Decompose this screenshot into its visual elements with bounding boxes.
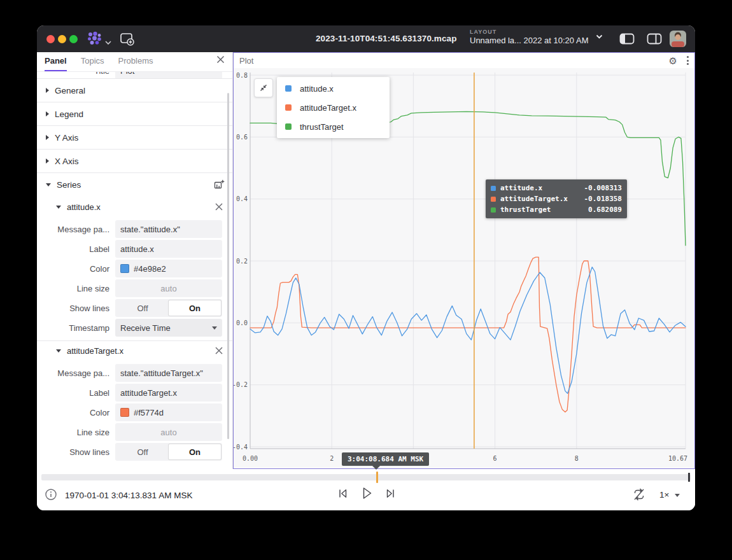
section-general[interactable]: General bbox=[37, 78, 232, 102]
field-color: Color #f5774d bbox=[37, 403, 232, 421]
timestamp-value: Receive Time bbox=[120, 323, 171, 333]
tab-topics[interactable]: Topics bbox=[81, 56, 104, 71]
field-label: Show lines bbox=[37, 447, 115, 457]
color-input[interactable]: #f5774d bbox=[115, 403, 222, 421]
add-panel-icon[interactable] bbox=[120, 32, 135, 45]
y-tick-label: 0.4 bbox=[236, 195, 248, 202]
x-tick-label: 0.00 bbox=[243, 455, 258, 462]
tab-panel[interactable]: Panel bbox=[45, 56, 67, 71]
line-size-input[interactable]: auto bbox=[115, 423, 222, 441]
tooltip-swatch bbox=[491, 207, 496, 213]
play-button[interactable] bbox=[360, 486, 374, 503]
remove-series-icon[interactable] bbox=[215, 346, 223, 355]
message-path-input[interactable]: state."attitude.x" bbox=[115, 220, 222, 238]
toggle-on[interactable]: On bbox=[169, 444, 221, 459]
legend-item-attitude-target-x[interactable]: attitudeTarget.x bbox=[277, 98, 390, 117]
x-tick-label: 2 bbox=[330, 455, 334, 462]
y-tick-label: -0.4 bbox=[234, 444, 248, 451]
field-label: Label bbox=[37, 244, 115, 254]
line-size-input[interactable]: auto bbox=[115, 279, 222, 297]
field-line-size: Line size auto bbox=[37, 423, 232, 441]
color-hex: #4e98e2 bbox=[134, 264, 166, 274]
toggle-on[interactable]: On bbox=[169, 300, 221, 316]
x-tick-label: 10.67 bbox=[668, 455, 687, 462]
section-x-axis[interactable]: X Axis bbox=[37, 149, 232, 172]
legend-label: attitude.x bbox=[300, 84, 334, 94]
field-label: Timestamp bbox=[37, 323, 115, 333]
titlebar: 2023-11-10T04:51:45.631370.mcap LAYOUT U… bbox=[37, 25, 695, 52]
section-legend[interactable]: Legend bbox=[37, 102, 232, 125]
playback-bar: 1970-01-01 3:04:13.831 AM MSK bbox=[37, 469, 695, 510]
collapse-arrows-icon bbox=[258, 83, 269, 93]
section-y-axis[interactable]: Y Axis bbox=[37, 125, 232, 149]
field-label: Label attitudeTarget.x bbox=[37, 384, 232, 402]
toggle-off[interactable]: Off bbox=[116, 300, 169, 316]
foxglove-logo-icon[interactable] bbox=[87, 31, 102, 46]
traffic-light-close[interactable] bbox=[46, 35, 55, 43]
title-field-input[interactable]: Plot bbox=[115, 72, 222, 78]
select-caret-icon bbox=[212, 326, 217, 330]
left-sidebar-toggle-icon[interactable] bbox=[619, 33, 635, 45]
tab-problems[interactable]: Problems bbox=[118, 56, 153, 71]
main-content: Panel Topics Problems Title Plot General bbox=[37, 52, 695, 469]
field-label: Message pa... bbox=[37, 225, 115, 234]
more-menu-icon[interactable] bbox=[687, 56, 689, 65]
hover-values-tooltip: attitude.x -0.008313 attitudeTarget.x -0… bbox=[486, 179, 627, 218]
user-avatar[interactable] bbox=[670, 31, 686, 47]
gear-icon[interactable]: ⚙ bbox=[669, 56, 677, 66]
tooltip-row: attitude.x -0.008313 bbox=[491, 183, 622, 193]
field-message-path: Message pa... state."attitude.x" bbox=[37, 220, 232, 238]
playback-speed[interactable]: 1× bbox=[659, 490, 669, 500]
toggle-off[interactable]: Off bbox=[116, 444, 169, 459]
color-swatch[interactable] bbox=[120, 408, 129, 417]
caret-right-icon bbox=[46, 88, 49, 93]
close-sidebar-icon[interactable] bbox=[216, 55, 225, 71]
info-icon[interactable] bbox=[45, 488, 57, 501]
traffic-light-minimize[interactable] bbox=[58, 35, 66, 43]
scrolled-title-row: Title Plot bbox=[37, 72, 232, 78]
field-label: Line size bbox=[37, 284, 115, 293]
field-label: Color bbox=[37, 264, 115, 274]
legend-item-attitude-x[interactable]: attitude.x bbox=[277, 79, 390, 98]
sidebar-scrollbar[interactable] bbox=[227, 93, 229, 439]
add-series-icon[interactable] bbox=[213, 179, 225, 190]
section-label: Y Axis bbox=[55, 133, 78, 143]
color-input[interactable]: #4e98e2 bbox=[115, 260, 222, 277]
series-header-attitude-target-x[interactable]: attitudeTarget.x bbox=[37, 341, 232, 360]
x-tick-label: 6 bbox=[493, 455, 497, 462]
remove-series-icon[interactable] bbox=[215, 202, 223, 211]
current-timestamp: 1970-01-01 3:04:13.831 AM MSK bbox=[65, 491, 192, 500]
repeat-off-icon[interactable] bbox=[632, 487, 646, 501]
seek-track[interactable] bbox=[41, 474, 691, 480]
tooltip-row: thrustTarget 0.682089 bbox=[491, 204, 622, 215]
label-input[interactable]: attitude.x bbox=[115, 240, 222, 258]
traffic-light-zoom[interactable] bbox=[69, 35, 78, 43]
plot-panel: Plot ⚙ 0.80.60.40.20.0-0.2-0.40.00246810… bbox=[233, 52, 695, 469]
show-lines-toggle[interactable]: Off On bbox=[115, 443, 222, 461]
sidebar-tabbar: Panel Topics Problems bbox=[37, 52, 232, 72]
timestamp-select[interactable]: Receive Time bbox=[115, 319, 222, 337]
tooltip-swatch bbox=[491, 186, 496, 191]
color-swatch[interactable] bbox=[120, 264, 129, 273]
series-title: attitude.x bbox=[67, 202, 101, 212]
label-input[interactable]: attitudeTarget.x bbox=[115, 384, 222, 402]
message-path-input[interactable]: state."attitudeTarget.x" bbox=[115, 364, 222, 382]
app-menu-chevron-icon[interactable] bbox=[105, 36, 111, 48]
layout-switcher[interactable]: LAYOUT Unnamed la... 2022 at 10:20 AM bbox=[470, 29, 603, 45]
speed-caret-icon[interactable] bbox=[675, 494, 680, 497]
seek-forward-button[interactable] bbox=[384, 487, 396, 502]
right-sidebar-toggle-icon[interactable] bbox=[647, 33, 662, 45]
collapse-legend-button[interactable] bbox=[254, 78, 273, 97]
seek-backward-button[interactable] bbox=[337, 487, 349, 502]
tooltip-series-name: thrustTarget bbox=[500, 206, 551, 214]
legend-item-thrust-target[interactable]: thrustTarget bbox=[277, 117, 390, 136]
section-label: X Axis bbox=[55, 157, 79, 166]
title-field-label: Title bbox=[37, 72, 115, 76]
section-series[interactable]: Series bbox=[37, 172, 232, 196]
field-message-path: Message pa... state."attitudeTarget.x" bbox=[37, 364, 232, 382]
series-header-attitude-x[interactable]: attitude.x bbox=[37, 197, 232, 216]
legend-swatch bbox=[285, 104, 292, 111]
show-lines-toggle[interactable]: Off On bbox=[115, 299, 222, 317]
plot-panel-header: Plot ⚙ bbox=[234, 53, 694, 68]
y-tick-label: -0.2 bbox=[234, 381, 248, 388]
